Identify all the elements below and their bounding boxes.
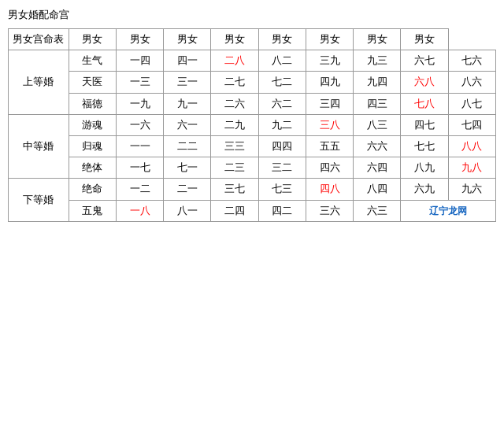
table-cell: 二四 — [211, 200, 258, 221]
header-col7: 男女 — [354, 29, 401, 50]
table-cell: 四七 — [401, 114, 448, 135]
table-cell: 八四 — [354, 179, 401, 200]
group-label: 中等婚 — [9, 114, 69, 179]
table-cell: 一七 — [116, 157, 163, 179]
table-cell: 一二 — [116, 179, 163, 200]
table-row: 上等婚生气一四四一二八八二三九九三六七七六 — [9, 50, 496, 72]
table-cell: 二八 — [211, 50, 258, 72]
table-cell: 八八 — [448, 135, 495, 157]
table-cell: 四九 — [306, 72, 353, 93]
table-row: 绝体一七七一二三三二四六六四八九九八 — [9, 157, 496, 179]
table-cell: 六九 — [401, 179, 448, 200]
table-row: 下等婚绝命一二二一三七七三四八八四六九九六 — [9, 179, 496, 200]
table-cell: 八七 — [448, 93, 495, 114]
table-cell: 四八 — [306, 179, 353, 200]
table-cell: 四二 — [258, 200, 306, 221]
page-title: 男女婚配命宫 — [8, 8, 496, 22]
table-cell: 三六 — [306, 200, 353, 221]
table-cell: 六六 — [354, 135, 401, 157]
table-cell: 一六 — [116, 114, 163, 135]
header-col1: 男女 — [69, 29, 116, 50]
table-cell: 三四 — [306, 93, 353, 114]
header-col8: 男女 — [401, 29, 448, 50]
table-cell: 四一 — [164, 50, 211, 72]
sub-label: 五鬼 — [69, 200, 116, 221]
marriage-table: 男女宫命表 男女 男女 男女 男女 男女 男女 男女 男女 上等婚生气一四四一二… — [8, 28, 496, 222]
table-cell: 三三 — [211, 135, 258, 157]
sub-label: 天医 — [69, 72, 116, 93]
table-cell: 八二 — [258, 50, 306, 72]
table-cell: 四三 — [354, 93, 401, 114]
table-cell: 三二 — [258, 157, 306, 179]
table-cell: 八一 — [164, 200, 211, 221]
table-cell: 一四 — [116, 50, 163, 72]
table-cell: 七一 — [164, 157, 211, 179]
table-cell: 三七 — [211, 179, 258, 200]
table-row: 五鬼一八八一二四四二三六六三辽宁龙网 — [9, 200, 496, 221]
sub-label: 归魂 — [69, 135, 116, 157]
table-cell: 六八 — [401, 72, 448, 93]
header-col4: 男女 — [211, 29, 258, 50]
table-cell: 二三 — [211, 157, 258, 179]
table-cell: 六一 — [164, 114, 211, 135]
sub-label: 游魂 — [69, 114, 116, 135]
table-cell: 七四 — [448, 114, 495, 135]
table-cell: 一八 — [116, 200, 163, 221]
header-col5: 男女 — [258, 29, 306, 50]
table-cell: 五五 — [306, 135, 353, 157]
sub-label: 福德 — [69, 93, 116, 114]
header-col2: 男女 — [116, 29, 163, 50]
table-cell: 六四 — [354, 157, 401, 179]
sub-label: 绝命 — [69, 179, 116, 200]
table-cell: 九一 — [164, 93, 211, 114]
table-cell: 一九 — [116, 93, 163, 114]
table-cell: 九八 — [448, 157, 495, 179]
table-cell: 二一 — [164, 179, 211, 200]
table-cell: 七七 — [401, 135, 448, 157]
table-row: 福德一九九一二六六二三四四三七八八七 — [9, 93, 496, 114]
table-cell: 二二 — [164, 135, 211, 157]
table-cell: 七二 — [258, 72, 306, 93]
table-cell: 六二 — [258, 93, 306, 114]
table-cell: 九四 — [354, 72, 401, 93]
table-cell: 四四 — [258, 135, 306, 157]
sub-label: 绝体 — [69, 157, 116, 179]
table-cell: 七三 — [258, 179, 306, 200]
table-cell: 八六 — [448, 72, 495, 93]
group-label: 下等婚 — [9, 179, 69, 221]
table-row: 中等婚游魂一六六一二九九二三八八三四七七四 — [9, 114, 496, 135]
table-cell: 七八 — [401, 93, 448, 114]
header-col3: 男女 — [164, 29, 211, 50]
table-cell: 六七 — [401, 50, 448, 72]
header-col6: 男女 — [306, 29, 353, 50]
table-cell: 六三 — [354, 200, 401, 221]
table-cell: 八三 — [354, 114, 401, 135]
table-header-row: 男女宫命表 男女 男女 男女 男女 男女 男女 男女 男女 — [9, 29, 496, 50]
table-cell: 九三 — [354, 50, 401, 72]
table-cell: 三九 — [306, 50, 353, 72]
watermark-text: 辽宁龙网 — [429, 205, 467, 216]
sub-label: 生气 — [69, 50, 116, 72]
table-row: 归魂一一二二三三四四五五六六七七八八 — [9, 135, 496, 157]
table-cell: 四六 — [306, 157, 353, 179]
table-cell: 一三 — [116, 72, 163, 93]
table-cell: 三一 — [164, 72, 211, 93]
table-cell: 二七 — [211, 72, 258, 93]
table-cell: 九六 — [448, 179, 495, 200]
table-cell: 辽宁龙网 — [401, 200, 496, 221]
table-cell: 九二 — [258, 114, 306, 135]
header-col0: 男女宫命表 — [9, 29, 69, 50]
group-label: 上等婚 — [9, 50, 69, 115]
table-cell: 三八 — [306, 114, 353, 135]
table-cell: 一一 — [116, 135, 163, 157]
table-cell: 二九 — [211, 114, 258, 135]
table-row: 天医一三三一二七七二四九九四六八八六 — [9, 72, 496, 93]
table-cell: 二六 — [211, 93, 258, 114]
table-cell: 七六 — [448, 50, 495, 72]
table-cell: 八九 — [401, 157, 448, 179]
